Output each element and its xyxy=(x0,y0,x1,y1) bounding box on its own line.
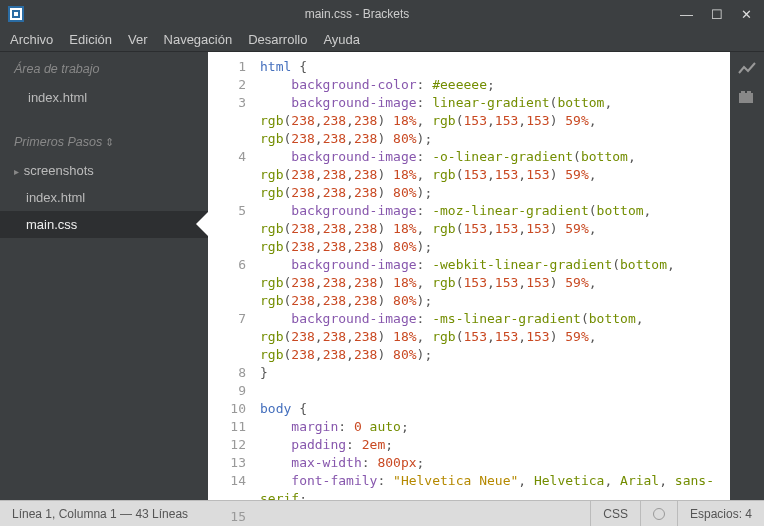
right-toolbar xyxy=(730,52,764,500)
menu-ver[interactable]: Ver xyxy=(128,32,148,47)
sidebar-folder-screenshots[interactable]: screenshots xyxy=(0,157,208,184)
svg-rect-3 xyxy=(739,93,753,103)
svg-rect-2 xyxy=(14,12,18,16)
menu-navegacion[interactable]: Navegación xyxy=(164,32,233,47)
status-spaces[interactable]: Espacios: 4 xyxy=(677,501,764,526)
app-icon xyxy=(8,6,24,22)
minimize-button[interactable]: — xyxy=(680,7,693,22)
project-header[interactable]: Primeros Pasos xyxy=(0,125,208,157)
menubar: Archivo Edición Ver Navegación Desarroll… xyxy=(0,28,764,52)
menu-desarrollo[interactable]: Desarrollo xyxy=(248,32,307,47)
sidebar: Área de trabajo index.html Primeros Paso… xyxy=(0,52,208,500)
maximize-button[interactable]: ☐ xyxy=(711,7,723,22)
menu-edicion[interactable]: Edición xyxy=(69,32,112,47)
extensions-icon[interactable] xyxy=(738,90,756,104)
status-lang[interactable]: CSS xyxy=(590,501,640,526)
menu-archivo[interactable]: Archivo xyxy=(10,32,53,47)
sidebar-file-index[interactable]: index.html xyxy=(0,184,208,211)
editor[interactable]: 1 2 3 4 5 6 7 8 9 10 11 12 13 14 15 16 1… xyxy=(208,52,730,500)
code-area[interactable]: html { background-color: #eeeeee; backgr… xyxy=(256,52,730,500)
titlebar: main.css - Brackets — ☐ ✕ xyxy=(0,0,764,28)
svg-rect-5 xyxy=(747,91,751,94)
svg-rect-4 xyxy=(741,91,745,94)
workspace-header[interactable]: Área de trabajo xyxy=(0,52,208,84)
statusbar: Línea 1, Columna 1 — 43 Líneas CSS Espac… xyxy=(0,500,764,526)
status-inspect[interactable] xyxy=(640,501,677,526)
sidebar-file-main-css[interactable]: main.css xyxy=(0,211,208,238)
live-preview-icon[interactable] xyxy=(738,62,756,76)
circle-icon xyxy=(653,508,665,520)
line-gutter: 1 2 3 4 5 6 7 8 9 10 11 12 13 14 15 16 1… xyxy=(208,52,256,500)
close-button[interactable]: ✕ xyxy=(741,7,752,22)
workspace-file-index[interactable]: index.html xyxy=(0,84,208,111)
menu-ayuda[interactable]: Ayuda xyxy=(323,32,360,47)
window-title: main.css - Brackets xyxy=(34,7,680,21)
status-cursor[interactable]: Línea 1, Columna 1 — 43 Líneas xyxy=(0,507,590,521)
